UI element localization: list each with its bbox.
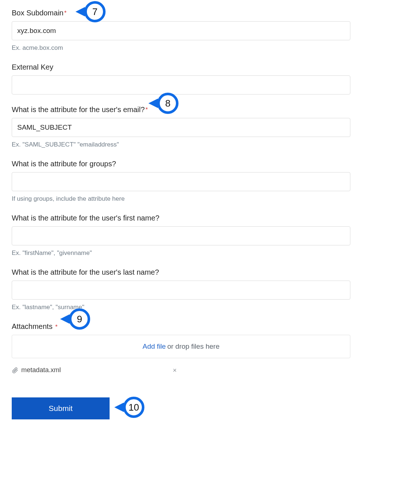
input-box-subdomain[interactable]	[12, 21, 350, 40]
hint-groups-attribute: If using groups, include the attribute h…	[12, 195, 408, 203]
drop-text: or drop files here	[167, 342, 220, 351]
label-lastname-attribute: What is the attribute for the user's las…	[12, 267, 408, 277]
attachment-row: metadata.xml ×	[12, 366, 177, 374]
required-marker: *	[145, 107, 148, 113]
required-marker: *	[64, 10, 66, 16]
field-box-subdomain: 7 Box Subdomain* Ex. acme.box.com	[12, 8, 408, 52]
label-firstname-attribute: What is the attribute for the user's fir…	[12, 213, 408, 223]
paperclip-icon	[12, 367, 18, 374]
input-firstname-attribute[interactable]	[12, 226, 350, 245]
label-groups-attribute: What is the attribute for groups?	[12, 159, 408, 168]
label-email-attribute: What is the attribute for the user's ema…	[12, 105, 408, 114]
label-box-subdomain: Box Subdomain*	[12, 8, 408, 18]
input-external-key[interactable]	[12, 75, 350, 94]
hint-email-attribute: Ex. "SAML_SUBJECT" "emailaddress"	[12, 141, 408, 149]
add-file-link[interactable]: Add file	[143, 342, 166, 351]
remove-attachment-button[interactable]: ×	[173, 367, 177, 374]
field-attachments: 9 Attachments * Add file or drop files h…	[12, 322, 408, 374]
input-groups-attribute[interactable]	[12, 172, 350, 191]
label-external-key: External Key	[12, 62, 408, 72]
field-email-attribute: 8 What is the attribute for the user's e…	[12, 105, 408, 149]
field-lastname-attribute: What is the attribute for the user's las…	[12, 267, 408, 311]
submit-button[interactable]: Submit	[12, 397, 110, 419]
submit-row: 10 Submit	[12, 397, 408, 419]
field-groups-attribute: What is the attribute for groups? If usi…	[12, 159, 408, 203]
field-external-key: External Key	[12, 62, 408, 94]
callout-10: 10	[123, 397, 144, 418]
label-attachments: Attachments *	[12, 322, 408, 331]
required-marker: *	[55, 324, 58, 330]
attachments-dropzone[interactable]: Add file or drop files here	[12, 335, 350, 358]
attachment-filename: metadata.xml	[21, 366, 173, 374]
hint-box-subdomain: Ex. acme.box.com	[12, 44, 408, 52]
input-email-attribute[interactable]	[12, 118, 350, 137]
input-lastname-attribute[interactable]	[12, 281, 350, 300]
field-firstname-attribute: What is the attribute for the user's fir…	[12, 213, 408, 257]
hint-lastname-attribute: Ex. "lastname", "surname"	[12, 303, 408, 311]
hint-firstname-attribute: Ex. "firstName", "givenname"	[12, 249, 408, 257]
